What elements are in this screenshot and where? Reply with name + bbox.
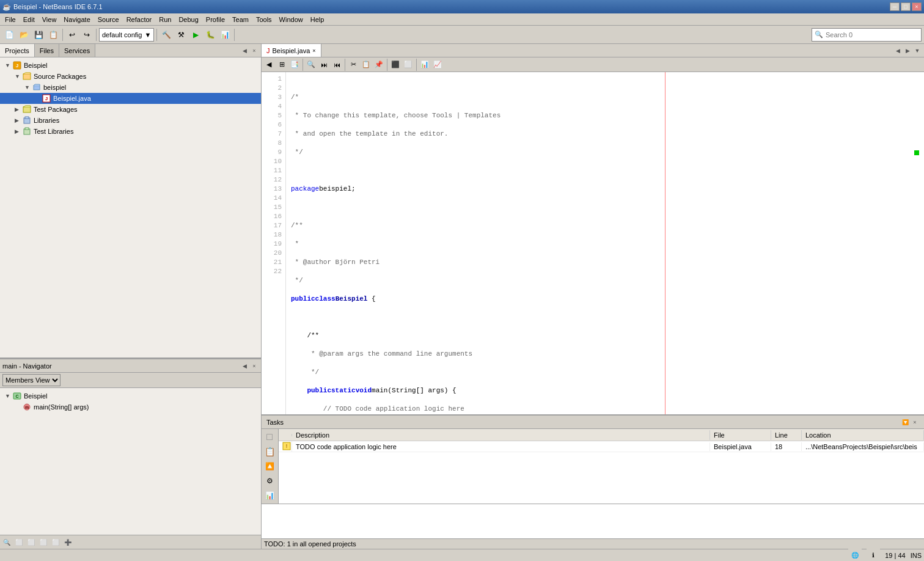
tasks-status-text: TODO: 1 in all opened projects: [264, 540, 356, 548]
tab-close-button[interactable]: ×: [312, 48, 315, 54]
code-line: * @param args the command line arguments: [291, 350, 924, 359]
menu-edit[interactable]: Edit: [20, 13, 38, 25]
open-project-button[interactable]: 📂: [17, 28, 31, 42]
add-task-button[interactable]: 📋: [263, 445, 276, 458]
tab-projects[interactable]: Projects: [0, 44, 35, 57]
editor-tab-beispiel[interactable]: J Beispiel.java ×: [262, 44, 321, 57]
title-bar-controls[interactable]: ─ □ ×: [890, 2, 922, 11]
add-button[interactable]: ➕: [62, 537, 73, 548]
navigator-item-main[interactable]: m main(String[] args): [0, 402, 261, 413]
menu-file[interactable]: File: [1, 13, 20, 25]
minimize-button[interactable]: ─: [890, 2, 900, 11]
window4-button[interactable]: ⬜: [50, 537, 61, 548]
menu-refactor[interactable]: Refactor: [123, 13, 156, 25]
menu-team[interactable]: Team: [229, 13, 252, 25]
navigator-content: ▼ C Beispiel m main(String[] args): [0, 388, 261, 535]
toolbar-clear-button[interactable]: ⬜: [402, 59, 414, 71]
tree-item-source-packages[interactable]: ▼ Source Packages: [0, 71, 261, 82]
tab-dropdown-button[interactable]: ▼: [913, 46, 922, 55]
undo-button[interactable]: ↩: [65, 28, 79, 42]
tree-item-test-packages[interactable]: ▶ Test Packages: [0, 104, 261, 115]
search-tree-button[interactable]: 🔍: [1, 537, 12, 548]
tasks-col-description[interactable]: Description: [292, 430, 710, 440]
members-view-dropdown[interactable]: Members View: [2, 374, 61, 386]
new-task-button[interactable]: □: [263, 430, 276, 444]
task-view-button[interactable]: 🔼: [263, 460, 276, 473]
save-button[interactable]: 💾: [32, 28, 45, 42]
clean-build-button[interactable]: ⚒: [174, 28, 188, 42]
search-bar[interactable]: 🔍: [812, 28, 922, 42]
toolbar-bookmark-toggle[interactable]: 📑: [288, 59, 301, 71]
svg-rect-6: [23, 107, 31, 112]
window2-button[interactable]: ⬜: [26, 537, 37, 548]
toolbar-stop-button[interactable]: ⬛: [389, 59, 402, 71]
menu-profile[interactable]: Profile: [202, 13, 229, 25]
menu-run[interactable]: Run: [155, 13, 175, 25]
task-options-button[interactable]: ⚙: [263, 474, 276, 488]
tasks-col-file[interactable]: File: [710, 430, 771, 440]
editor-area[interactable]: 1 2 3 4 5 6 7 8 9 10 11 12 13 14 15 16 1…: [262, 72, 924, 414]
tasks-filter-button[interactable]: 🔽: [901, 418, 909, 427]
toolbar-find-prev[interactable]: ⏮: [331, 59, 343, 71]
tree-item-beispiel-java[interactable]: J Beispiel.java: [0, 93, 261, 104]
svg-text:J: J: [45, 96, 48, 101]
build-button[interactable]: 🔨: [160, 28, 173, 42]
toolbar-find-button[interactable]: 🔍: [305, 59, 317, 71]
panel-tab-actions: ◀ ×: [238, 46, 261, 55]
toolbar-paste-button[interactable]: 📌: [373, 59, 385, 71]
window1-button[interactable]: ⬜: [13, 537, 24, 548]
tree-item-test-libraries[interactable]: ▶ Test Libraries: [0, 126, 261, 137]
scroll-right-button[interactable]: ▶: [903, 46, 912, 55]
save-all-button[interactable]: 📋: [46, 28, 60, 42]
window3-button[interactable]: ⬜: [38, 537, 49, 548]
navigator-item-label: main(String[] args): [34, 403, 89, 411]
menu-source[interactable]: Source: [94, 13, 123, 25]
menu-help[interactable]: Help: [307, 13, 328, 25]
tasks-row-description: TODO code application logic here: [292, 442, 710, 451]
search-input[interactable]: [826, 31, 899, 38]
debug-button[interactable]: 🐛: [204, 28, 217, 42]
title-bar: ☕ Beispiel - NetBeans IDE 6.7.1 ─ □ ×: [0, 0, 924, 13]
code-content[interactable]: /* * To change this template, choose Too…: [286, 72, 924, 414]
status-network-button[interactable]: 🌐: [848, 549, 862, 562]
libraries-icon: [22, 116, 32, 125]
tab-services[interactable]: Services: [59, 44, 95, 57]
profile-button[interactable]: 📊: [218, 28, 232, 42]
menu-window[interactable]: Window: [276, 13, 307, 25]
restore-navigator-button[interactable]: ◀: [240, 362, 249, 370]
toolbar-copy-button[interactable]: 📋: [360, 59, 372, 71]
menu-view[interactable]: View: [38, 13, 61, 25]
restore-window-button[interactable]: ◀: [240, 46, 249, 55]
status-info-button[interactable]: ℹ: [867, 549, 880, 562]
search-icon: 🔍: [815, 31, 823, 38]
toolbar-chart1-button[interactable]: 📊: [419, 59, 431, 71]
toolbar-chart2-button[interactable]: 📈: [431, 59, 444, 71]
tab-files[interactable]: Files: [35, 44, 59, 57]
close-navigator-button[interactable]: ×: [250, 362, 258, 370]
toolbar-find-next[interactable]: ⏭: [318, 59, 330, 71]
new-file-button[interactable]: 📄: [2, 28, 16, 42]
navigator-item-beispiel[interactable]: ▼ C Beispiel: [0, 391, 261, 402]
menu-debug[interactable]: Debug: [175, 13, 202, 25]
close-button[interactable]: ×: [912, 2, 922, 11]
close-panel-button[interactable]: ×: [250, 46, 258, 55]
task-hierarchy-button[interactable]: 📊: [263, 489, 276, 502]
maximize-button[interactable]: □: [901, 2, 911, 11]
menu-navigate[interactable]: Navigate: [60, 13, 94, 25]
tasks-col-line[interactable]: Line: [771, 430, 802, 440]
tree-item-beispiel[interactable]: ▼ J Beispiel: [0, 60, 261, 71]
toolbar-cut-button[interactable]: ✂: [347, 59, 359, 71]
menu-tools[interactable]: Tools: [252, 13, 276, 25]
run-button[interactable]: ▶: [189, 28, 202, 42]
test-packages-icon: [22, 105, 32, 114]
toolbar-back-button[interactable]: ◀: [263, 59, 275, 71]
redo-button[interactable]: ↪: [80, 28, 94, 42]
config-dropdown[interactable]: default config ▼: [99, 28, 154, 42]
tasks-row[interactable]: ! TODO code application logic here Beisp…: [279, 441, 924, 452]
tasks-col-location[interactable]: Location: [802, 430, 924, 440]
tree-item-beispiel-package[interactable]: ▼ beispiel: [0, 82, 261, 93]
scroll-left-button[interactable]: ◀: [893, 46, 902, 55]
tree-item-libraries[interactable]: ▶ Libraries: [0, 115, 261, 126]
toolbar-history-button[interactable]: ⊞: [276, 59, 288, 71]
close-tasks-button[interactable]: ×: [911, 418, 919, 427]
